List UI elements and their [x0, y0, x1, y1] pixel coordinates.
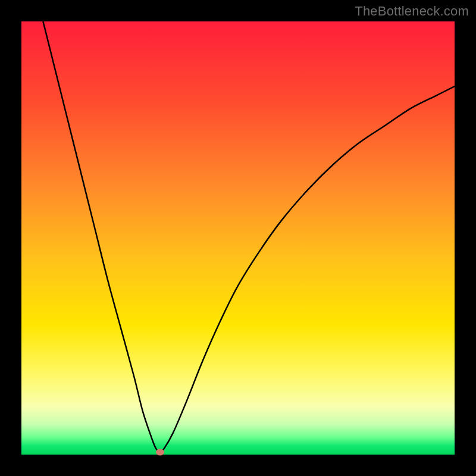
watermark-text: TheBottleneck.com — [355, 4, 469, 19]
plot-area — [21, 21, 455, 455]
optimal-point-marker — [156, 449, 164, 456]
bottleneck-curve — [21, 21, 455, 455]
chart-frame: TheBottleneck.com — [0, 0, 476, 476]
